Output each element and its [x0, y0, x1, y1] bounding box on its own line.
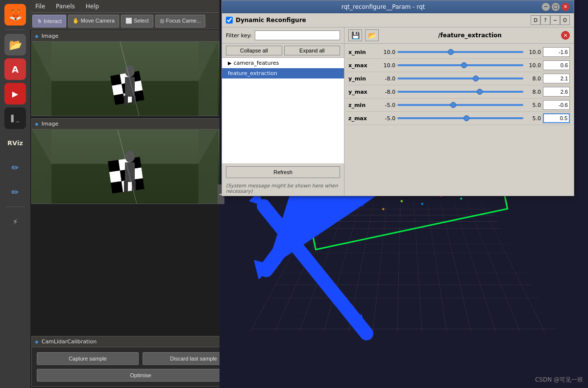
svg-rect-15	[124, 96, 128, 105]
load-icon-button[interactable]: 📂	[365, 29, 379, 41]
param-slider-wrap-y-max	[397, 87, 523, 97]
calib-panel-title: CamLidarCalibration	[42, 338, 97, 345]
d-button[interactable]: D	[531, 15, 540, 25]
diamond-icon-1: ◆	[35, 33, 39, 39]
filter-input[interactable]	[255, 30, 340, 40]
svg-rect-162	[333, 201, 336, 204]
help-button[interactable]: ?	[540, 15, 550, 25]
terminal2-icon[interactable]: ▌_	[4, 107, 26, 129]
param-max-z-max: 5.0	[523, 115, 543, 122]
rviz-icon[interactable]: RViz	[4, 132, 26, 154]
image-panel-2-header: ◆ Image ✕	[32, 119, 249, 129]
param-value-z-max[interactable]	[543, 113, 570, 123]
param-min-x-max: 10.0	[378, 62, 397, 69]
image-panel-1-title: Image	[42, 33, 58, 39]
param-slider-x-max[interactable]	[397, 64, 523, 66]
param-value-x-max[interactable]	[543, 60, 570, 70]
svg-rect-10	[114, 94, 125, 105]
svg-rect-179	[460, 197, 463, 200]
param-row-x-min: x_min 10.0 10.0	[346, 46, 572, 59]
rqt-maximize-button[interactable]: □	[551, 2, 560, 11]
param-slider-y-min[interactable]	[397, 78, 523, 79]
tree-arrow-icon: ▶	[228, 60, 232, 66]
filter-label: Filter key:	[226, 32, 252, 39]
dynreconf-title: Dynamic Reconfigure	[236, 17, 306, 24]
watermark: CSDN @可见一班	[535, 376, 583, 384]
cam-svg-2	[32, 129, 218, 204]
param-max-y-max: 8.0	[523, 89, 543, 95]
texteditor-icon[interactable]: ✏	[4, 156, 26, 178]
dynreconf-extra-btns: D ? ─ O	[531, 15, 570, 25]
param-name-y-max: y_max	[348, 89, 378, 95]
taskbar-divider	[5, 29, 25, 30]
save-icon-button[interactable]: 💾	[348, 29, 362, 41]
param-slider-z-min[interactable]	[397, 104, 523, 106]
param-value-y-min[interactable]	[543, 74, 570, 83]
menu-help[interactable]: Help	[84, 2, 101, 11]
param-name-x-min: x_min	[348, 49, 378, 55]
menu-panels[interactable]: Panels	[54, 2, 77, 11]
param-close-button[interactable]: ✕	[561, 31, 570, 40]
focus-camera-button[interactable]: ◎ Focus Came...	[155, 15, 206, 27]
dynreconf-body: Filter key: Collapse all Expand all ▶ ca…	[222, 27, 574, 196]
tree-item-feature-extraction-label: feature_extraction	[228, 70, 277, 77]
close-panel-button[interactable]: O	[560, 15, 570, 25]
select-button[interactable]: ⬜ Select	[121, 15, 153, 27]
menu-file[interactable]: File	[33, 2, 47, 11]
param-slider-wrap-x-max	[397, 60, 523, 70]
toolbar: 🖱 Interact ✋ Move Camera ⬜ Select ◎ Focu…	[30, 13, 251, 29]
param-value-y-max[interactable]	[543, 87, 570, 97]
usb-icon[interactable]: ⚡	[4, 211, 26, 233]
param-row-y-max: y_max -8.0 8.0	[346, 85, 572, 99]
image-panel-1: ◆ Image ✕	[31, 30, 250, 116]
param-name-z-min: z_min	[348, 102, 378, 108]
move-camera-button[interactable]: ✋ Move Camera	[68, 15, 119, 27]
rqt-window: rqt_reconfigure__Param - rqt ─ □ ✕ Dynam…	[221, 0, 574, 196]
svg-rect-4	[110, 75, 122, 86]
svg-rect-173	[343, 214, 346, 217]
files-icon[interactable]: 📂	[4, 34, 26, 55]
tree-item-camera-features[interactable]: ▶ camera_features	[222, 58, 344, 68]
tree-item-camera-features-label: camera_features	[234, 60, 279, 66]
firefox-icon[interactable]: 🦊	[4, 4, 26, 26]
image-panel-1-header: ◆ Image ✕	[32, 31, 249, 42]
svg-rect-24	[109, 171, 122, 183]
rqt-close-button[interactable]: ✕	[561, 2, 570, 11]
dynreconf-right-panel: 💾 📂 /feature_extraction ✕ x_min 10.0	[344, 27, 574, 196]
svg-rect-32	[125, 162, 135, 182]
refresh-button[interactable]: Refresh	[226, 166, 340, 178]
param-slider-z-max[interactable]	[397, 117, 523, 119]
interact-button[interactable]: 🖱 Interact	[32, 15, 66, 27]
param-row-z-max: z_max -5.0 5.0	[346, 112, 572, 125]
param-min-x-min: 10.0	[378, 49, 397, 55]
calib-panel-content: Capture sample Discard last sample Optim…	[32, 347, 249, 387]
rqt-titlebar: rqt_reconfigure__Param - rqt ─ □ ✕	[222, 0, 574, 13]
capture-sample-button[interactable]: Capture sample	[37, 352, 139, 365]
svg-rect-175	[382, 208, 385, 210]
param-name-z-max: z_max	[348, 115, 378, 122]
terminal-icon[interactable]: ▶	[4, 83, 26, 104]
param-max-z-min: 5.0	[523, 102, 543, 108]
dynreconf-checkbox[interactable]	[226, 17, 233, 24]
rqt-minimize-button[interactable]: ─	[541, 2, 550, 11]
image-panel-1-content	[32, 42, 249, 116]
optimise-button[interactable]: Optimise	[37, 369, 245, 382]
dynreconf-header: Dynamic Reconfigure D ? ─ O	[222, 13, 574, 27]
params-area: x_min 10.0 10.0 x_max 10.0	[344, 44, 574, 196]
appstore-icon[interactable]: A	[4, 58, 26, 80]
param-value-z-min[interactable]	[543, 100, 570, 110]
filter-row: Filter key:	[222, 27, 344, 44]
param-slider-y-max[interactable]	[397, 91, 523, 93]
param-value-x-min[interactable]	[543, 47, 570, 57]
svg-rect-172	[323, 215, 326, 217]
param-slider-x-min[interactable]	[397, 51, 523, 53]
texteditor2-icon[interactable]: ✏	[4, 181, 26, 203]
param-min-z-max: -5.0	[378, 115, 397, 122]
collapse-all-button[interactable]: Collapse all	[226, 46, 282, 55]
expand-all-button[interactable]: Expand all	[284, 46, 341, 55]
param-slider-wrap-y-min	[397, 74, 523, 83]
param-row-z-min: z_min -5.0 5.0	[346, 99, 572, 112]
tree-item-feature-extraction[interactable]: feature_extraction	[222, 68, 344, 78]
detach-button[interactable]: ─	[550, 15, 560, 25]
dynreconf-left-panel: Filter key: Collapse all Expand all ▶ ca…	[222, 27, 344, 196]
